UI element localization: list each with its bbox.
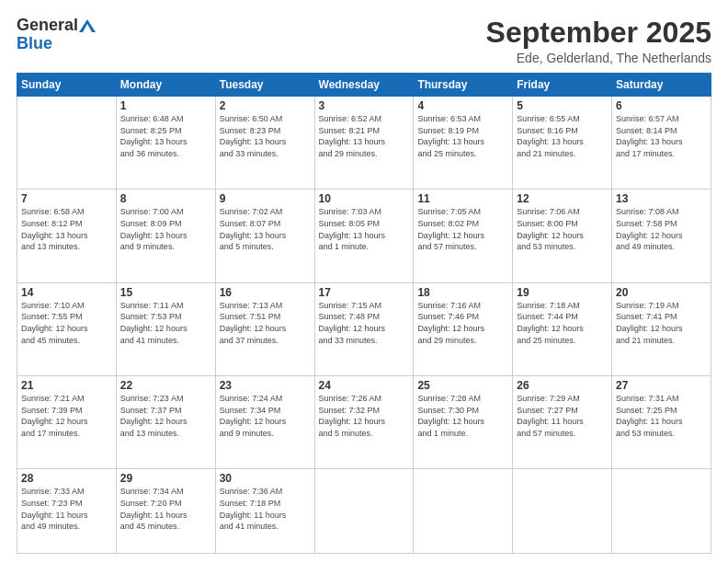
table-row: 4Sunrise: 6:53 AM Sunset: 8:19 PM Daylig… — [414, 97, 513, 190]
day-info: Sunrise: 6:52 AM Sunset: 8:21 PM Dayligh… — [319, 113, 410, 159]
table-row: 11Sunrise: 7:05 AM Sunset: 8:02 PM Dayli… — [414, 190, 513, 282]
day-number: 26 — [517, 379, 608, 392]
day-info: Sunrise: 7:23 AM Sunset: 7:37 PM Dayligh… — [120, 393, 211, 439]
day-number: 19 — [517, 286, 608, 299]
day-info: Sunrise: 7:34 AM Sunset: 7:20 PM Dayligh… — [120, 486, 211, 532]
calendar-week-row: 7Sunrise: 6:58 AM Sunset: 8:12 PM Daylig… — [17, 190, 711, 282]
day-number: 20 — [616, 286, 707, 299]
day-number: 2 — [220, 99, 311, 112]
table-row: 25Sunrise: 7:28 AM Sunset: 7:30 PM Dayli… — [414, 376, 513, 469]
table-row: 23Sunrise: 7:24 AM Sunset: 7:34 PM Dayli… — [215, 376, 314, 469]
table-row: 22Sunrise: 7:23 AM Sunset: 7:37 PM Dayli… — [116, 376, 215, 469]
day-number: 30 — [220, 472, 311, 485]
day-number: 1 — [120, 99, 211, 112]
table-row — [612, 469, 711, 554]
day-info: Sunrise: 7:05 AM Sunset: 8:02 PM Dayligh… — [417, 206, 508, 252]
day-info: Sunrise: 7:33 AM Sunset: 7:23 PM Dayligh… — [21, 486, 112, 532]
table-row: 20Sunrise: 7:19 AM Sunset: 7:41 PM Dayli… — [612, 282, 711, 375]
calendar-week-row: 21Sunrise: 7:21 AM Sunset: 7:39 PM Dayli… — [17, 376, 711, 469]
day-info: Sunrise: 6:48 AM Sunset: 8:25 PM Dayligh… — [120, 113, 211, 159]
subtitle: Ede, Gelderland, The Netherlands — [486, 51, 711, 65]
table-row: 15Sunrise: 7:11 AM Sunset: 7:53 PM Dayli… — [116, 282, 215, 375]
table-row: 13Sunrise: 7:08 AM Sunset: 7:58 PM Dayli… — [612, 190, 711, 282]
day-info: Sunrise: 7:06 AM Sunset: 8:00 PM Dayligh… — [517, 206, 608, 252]
calendar-week-row: 28Sunrise: 7:33 AM Sunset: 7:23 PM Dayli… — [17, 469, 711, 554]
table-row: 27Sunrise: 7:31 AM Sunset: 7:25 PM Dayli… — [612, 376, 711, 469]
day-info: Sunrise: 7:00 AM Sunset: 8:09 PM Dayligh… — [120, 206, 211, 252]
day-number: 22 — [120, 379, 211, 392]
day-number: 9 — [220, 192, 311, 205]
day-number: 16 — [220, 286, 311, 299]
day-number: 17 — [319, 286, 410, 299]
day-number: 14 — [21, 286, 112, 299]
logo-general: General — [17, 17, 96, 35]
day-info: Sunrise: 7:10 AM Sunset: 7:55 PM Dayligh… — [21, 300, 112, 346]
table-row: 12Sunrise: 7:06 AM Sunset: 8:00 PM Dayli… — [513, 190, 612, 282]
table-row: 18Sunrise: 7:16 AM Sunset: 7:46 PM Dayli… — [414, 282, 513, 375]
day-number: 8 — [120, 192, 211, 205]
day-info: Sunrise: 6:50 AM Sunset: 8:23 PM Dayligh… — [220, 113, 311, 159]
table-row: 14Sunrise: 7:10 AM Sunset: 7:55 PM Dayli… — [17, 282, 117, 375]
calendar: Sunday Monday Tuesday Wednesday Thursday… — [17, 73, 711, 554]
day-info: Sunrise: 7:28 AM Sunset: 7:30 PM Dayligh… — [417, 393, 508, 439]
day-info: Sunrise: 7:36 AM Sunset: 7:18 PM Dayligh… — [220, 486, 311, 532]
col-monday: Monday — [116, 74, 215, 97]
table-row: 1Sunrise: 6:48 AM Sunset: 8:25 PM Daylig… — [116, 97, 215, 190]
day-number: 3 — [319, 99, 410, 112]
table-row: 24Sunrise: 7:26 AM Sunset: 7:32 PM Dayli… — [314, 376, 414, 469]
logo-general-text: General — [17, 16, 78, 34]
day-info: Sunrise: 6:57 AM Sunset: 8:14 PM Dayligh… — [616, 113, 707, 159]
day-info: Sunrise: 7:13 AM Sunset: 7:51 PM Dayligh… — [220, 300, 311, 346]
calendar-week-row: 1Sunrise: 6:48 AM Sunset: 8:25 PM Daylig… — [17, 97, 711, 190]
day-number: 12 — [517, 192, 608, 205]
table-row — [17, 97, 117, 190]
table-row: 28Sunrise: 7:33 AM Sunset: 7:23 PM Dayli… — [17, 469, 117, 554]
day-info: Sunrise: 6:53 AM Sunset: 8:19 PM Dayligh… — [417, 113, 508, 159]
table-row — [314, 469, 414, 554]
col-friday: Friday — [513, 74, 612, 97]
day-number: 13 — [616, 192, 707, 205]
col-thursday: Thursday — [414, 74, 513, 97]
logo: General Blue — [17, 17, 96, 53]
day-number: 21 — [21, 379, 112, 392]
day-info: Sunrise: 7:08 AM Sunset: 7:58 PM Dayligh… — [616, 206, 707, 252]
col-sunday: Sunday — [17, 74, 117, 97]
calendar-week-row: 14Sunrise: 7:10 AM Sunset: 7:55 PM Dayli… — [17, 282, 711, 375]
col-saturday: Saturday — [612, 74, 711, 97]
header: General Blue September 2025 Ede, Gelderl… — [17, 17, 711, 65]
day-number: 4 — [417, 99, 508, 112]
day-number: 23 — [220, 379, 311, 392]
day-number: 29 — [120, 472, 211, 485]
day-number: 10 — [319, 192, 410, 205]
table-row: 6Sunrise: 6:57 AM Sunset: 8:14 PM Daylig… — [612, 97, 711, 190]
day-info: Sunrise: 7:29 AM Sunset: 7:27 PM Dayligh… — [517, 393, 608, 439]
day-info: Sunrise: 7:24 AM Sunset: 7:34 PM Dayligh… — [220, 393, 311, 439]
title-area: September 2025 Ede, Gelderland, The Neth… — [486, 17, 711, 65]
calendar-header-row: Sunday Monday Tuesday Wednesday Thursday… — [17, 74, 711, 97]
day-info: Sunrise: 7:11 AM Sunset: 7:53 PM Dayligh… — [120, 300, 211, 346]
day-number: 28 — [21, 472, 112, 485]
table-row: 3Sunrise: 6:52 AM Sunset: 8:21 PM Daylig… — [314, 97, 414, 190]
table-row: 2Sunrise: 6:50 AM Sunset: 8:23 PM Daylig… — [215, 97, 314, 190]
day-info: Sunrise: 7:21 AM Sunset: 7:39 PM Dayligh… — [21, 393, 112, 439]
table-row: 16Sunrise: 7:13 AM Sunset: 7:51 PM Dayli… — [215, 282, 314, 375]
table-row: 21Sunrise: 7:21 AM Sunset: 7:39 PM Dayli… — [17, 376, 117, 469]
table-row: 19Sunrise: 7:18 AM Sunset: 7:44 PM Dayli… — [513, 282, 612, 375]
page: General Blue September 2025 Ede, Gelderl… — [0, 0, 728, 563]
table-row: 5Sunrise: 6:55 AM Sunset: 8:16 PM Daylig… — [513, 97, 612, 190]
col-tuesday: Tuesday — [215, 74, 314, 97]
table-row: 30Sunrise: 7:36 AM Sunset: 7:18 PM Dayli… — [215, 469, 314, 554]
table-row — [414, 469, 513, 554]
day-info: Sunrise: 7:18 AM Sunset: 7:44 PM Dayligh… — [517, 300, 608, 346]
day-info: Sunrise: 7:31 AM Sunset: 7:25 PM Dayligh… — [616, 393, 707, 439]
day-number: 11 — [417, 192, 508, 205]
day-info: Sunrise: 7:02 AM Sunset: 8:07 PM Dayligh… — [220, 206, 311, 252]
table-row: 29Sunrise: 7:34 AM Sunset: 7:20 PM Dayli… — [116, 469, 215, 554]
day-number: 24 — [319, 379, 410, 392]
table-row — [513, 469, 612, 554]
logo-blue-text: Blue — [17, 35, 52, 53]
day-info: Sunrise: 6:55 AM Sunset: 8:16 PM Dayligh… — [517, 113, 608, 159]
table-row: 7Sunrise: 6:58 AM Sunset: 8:12 PM Daylig… — [17, 190, 117, 282]
table-row: 8Sunrise: 7:00 AM Sunset: 8:09 PM Daylig… — [116, 190, 215, 282]
day-info: Sunrise: 7:16 AM Sunset: 7:46 PM Dayligh… — [417, 300, 508, 346]
